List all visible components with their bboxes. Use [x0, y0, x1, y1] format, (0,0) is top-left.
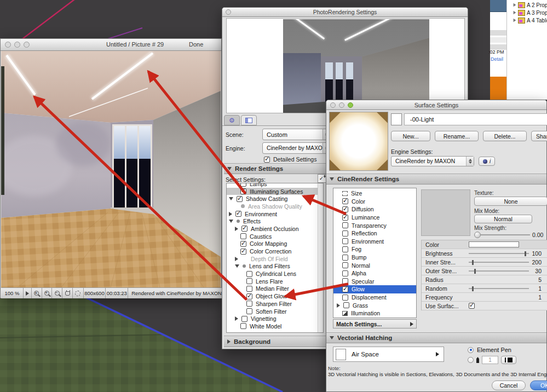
- render-tree-item[interactable]: Ambient Occlusion: [227, 225, 323, 233]
- illumination-icon[interactable]: [342, 311, 348, 316]
- radio-icon[interactable]: [241, 204, 245, 208]
- collapse-triangle-icon[interactable]: [235, 264, 239, 268]
- checkbox-unchecked[interactable]: [246, 271, 252, 277]
- checkbox-checked[interactable]: [235, 211, 241, 217]
- ok-button[interactable]: OK: [530, 381, 547, 390]
- background-header[interactable]: Background: [224, 336, 327, 347]
- collapse-triangle-icon[interactable]: [229, 220, 233, 223]
- engine-settings-select[interactable]: CineRender by MAXON: [391, 156, 474, 166]
- render-tree-item[interactable]: Sharpen Filter: [227, 300, 323, 308]
- checkbox-unchecked[interactable]: [246, 286, 252, 292]
- render-tree-item[interactable]: Area Shadow Quality: [227, 203, 323, 210]
- checkbox-unchecked[interactable]: [246, 301, 252, 307]
- glow-color-swatch[interactable]: [469, 241, 519, 247]
- checkbox-checked[interactable]: [241, 226, 247, 232]
- slider-knob[interactable]: [474, 232, 481, 238]
- checkbox-unchecked[interactable]: [342, 262, 348, 268]
- zoom-plusminus-icon[interactable]: ±: [32, 288, 42, 298]
- render-tree-item[interactable]: Median Filter: [227, 285, 323, 293]
- element-pen-row[interactable]: Element Pen: [468, 347, 511, 353]
- detailed-settings-row[interactable]: Detailed Settings: [264, 156, 316, 163]
- share-button[interactable]: Share...: [531, 131, 547, 141]
- texture-button[interactable]: None: [474, 197, 547, 206]
- checkbox-unchecked[interactable]: [343, 302, 349, 308]
- param-slider[interactable]: [469, 262, 529, 263]
- render-settings-header[interactable]: Render Settings: [224, 163, 327, 174]
- checkbox-unchecked[interactable]: [342, 255, 348, 261]
- play-icon[interactable]: [24, 288, 32, 298]
- picture-titlebar[interactable]: Untitled / Picture # 29 Done: [1, 39, 221, 51]
- channel-item[interactable]: Bump: [333, 253, 416, 262]
- expand-triangle-icon[interactable]: [514, 3, 516, 7]
- checkbox-unchecked[interactable]: [342, 278, 348, 284]
- mix-mode-button[interactable]: Normal: [474, 215, 532, 223]
- checkbox-checked[interactable]: [246, 293, 252, 299]
- slider-thumb[interactable]: [472, 286, 474, 291]
- channel-item[interactable]: Size: [333, 189, 416, 198]
- layout-tree-item[interactable]: A 3 Propo: [513, 9, 547, 16]
- channel-item[interactable]: Specular: [333, 278, 416, 286]
- surface-color-swatch[interactable]: [391, 113, 402, 125]
- expand-triangle-icon[interactable]: [514, 11, 516, 14]
- cinerender-settings-header[interactable]: CineRender Settings: [326, 174, 546, 185]
- bullet-icon[interactable]: [237, 220, 240, 223]
- channel-item[interactable]: Illumination: [333, 309, 416, 318]
- detailed-settings-checkbox[interactable]: [264, 157, 270, 163]
- detail-link[interactable]: Detail: [491, 56, 507, 62]
- render-settings-tree[interactable]: LampsIlluminating SurfacesShadow Casting…: [226, 183, 324, 333]
- checkbox-unchecked[interactable]: [240, 323, 246, 329]
- expand-triangle-icon[interactable]: [229, 212, 232, 216]
- render-tree-item[interactable]: Depth Of Field: [227, 255, 323, 263]
- surface-name-field[interactable]: -00-Light: [404, 113, 547, 125]
- scrollbar[interactable]: [318, 183, 323, 332]
- render-tree-item[interactable]: Environment: [227, 210, 323, 218]
- render-tree-item[interactable]: Object Glow: [227, 292, 323, 300]
- channel-item[interactable]: Glow: [333, 285, 416, 293]
- channel-item[interactable]: Grass: [333, 301, 416, 309]
- slider-thumb[interactable]: [525, 251, 526, 256]
- pen-color-button[interactable]: [501, 356, 516, 364]
- checkbox-unchecked[interactable]: [342, 222, 348, 228]
- channel-item[interactable]: Fog: [333, 245, 416, 253]
- render-tree-item[interactable]: Color Correction: [227, 247, 323, 255]
- render-tree-item[interactable]: White Model: [227, 322, 323, 330]
- checkbox-unchecked[interactable]: [342, 295, 348, 301]
- size-icon[interactable]: [342, 191, 348, 196]
- rename-button[interactable]: Rename...: [435, 131, 479, 141]
- checkbox-unchecked[interactable]: [342, 270, 348, 276]
- checkbox-checked[interactable]: [342, 286, 348, 292]
- expand-triangle-icon[interactable]: [235, 316, 238, 321]
- channel-item[interactable]: Luminance: [333, 214, 416, 222]
- checkbox-unchecked[interactable]: [241, 316, 247, 322]
- param-slider[interactable]: [469, 270, 529, 272]
- mix-strength-slider[interactable]: [474, 232, 530, 238]
- surface-titlebar[interactable]: Surface Settings: [326, 100, 546, 110]
- channel-item[interactable]: Diffusion: [333, 205, 416, 214]
- checkbox-unchecked[interactable]: [342, 238, 348, 244]
- pan-hand-icon[interactable]: [62, 288, 73, 298]
- zoom-button[interactable]: [24, 42, 30, 48]
- element-pen-radio[interactable]: [468, 347, 474, 353]
- orbit-icon[interactable]: [73, 288, 84, 298]
- slider-thumb[interactable]: [472, 260, 474, 265]
- render-tree-item[interactable]: Caustics: [227, 233, 323, 240]
- pen-number-field[interactable]: 1: [482, 356, 498, 364]
- render-tree-item[interactable]: Effects: [227, 217, 323, 225]
- zoom-in-icon[interactable]: +: [42, 288, 53, 298]
- checkbox-unchecked[interactable]: [342, 246, 348, 252]
- tab-general[interactable]: ⚙: [224, 115, 240, 125]
- delete-button[interactable]: Delete...: [483, 131, 527, 141]
- layout-tree-item[interactable]: A 2 Propo: [513, 1, 547, 9]
- channel-item[interactable]: Color: [333, 198, 416, 206]
- checkbox-unchecked[interactable]: [240, 183, 246, 187]
- param-slider[interactable]: [469, 253, 529, 254]
- cancel-button[interactable]: Cancel: [492, 381, 526, 390]
- channel-item[interactable]: Transparency: [333, 221, 416, 229]
- new-button[interactable]: New...: [391, 131, 430, 141]
- engine-select[interactable]: CineRender by MAXON: [262, 142, 331, 154]
- channel-item[interactable]: Reflection: [333, 229, 416, 238]
- render-tree-item[interactable]: Lens Flare: [227, 278, 323, 285]
- expand-triangle-icon[interactable]: [337, 303, 340, 308]
- checkbox-checked[interactable]: [240, 241, 246, 247]
- checkbox-unchecked[interactable]: [246, 278, 252, 284]
